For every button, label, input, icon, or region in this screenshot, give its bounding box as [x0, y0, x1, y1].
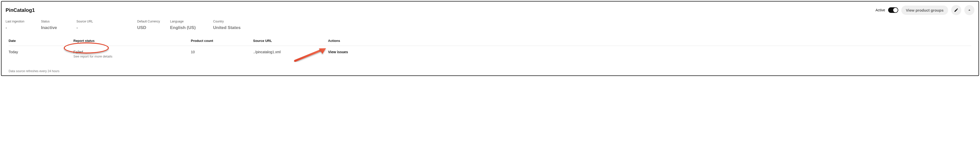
- view-issues-link[interactable]: View issues: [328, 50, 348, 54]
- summary-label: Default Currency: [137, 20, 170, 23]
- active-toggle[interactable]: [888, 7, 898, 13]
- cell-date: Today: [9, 50, 73, 54]
- summary-value: -: [76, 25, 137, 30]
- chevron-up-icon: [967, 8, 972, 13]
- cell-product-count: 10: [191, 50, 253, 54]
- cell-actions: View issues: [328, 50, 971, 54]
- ingestion-table: Date Report status Product count Source …: [6, 36, 974, 73]
- summary-label: Last ingestion: [6, 20, 41, 23]
- collapse-button[interactable]: [964, 5, 974, 15]
- summary-source-url: Source URL -: [76, 20, 137, 30]
- th-source-url: Source URL: [253, 39, 328, 42]
- header-actions: Active View product groups: [875, 5, 974, 15]
- table-header-row: Date Report status Product count Source …: [9, 36, 971, 46]
- summary-label: Source URL: [76, 20, 137, 23]
- th-report-status: Report status: [73, 39, 191, 42]
- summary-value: United States: [213, 25, 259, 30]
- toggle-knob: [893, 8, 898, 13]
- status-detail: See report for more details: [73, 55, 191, 58]
- summary-currency: Default Currency USD: [137, 20, 170, 30]
- summary-country: Country United States: [213, 20, 259, 30]
- refresh-note: Data source refreshes every 24 hours: [9, 69, 971, 73]
- summary-label: Country: [213, 20, 259, 23]
- th-date: Date: [9, 39, 73, 42]
- summary-language: Language English (US): [170, 20, 213, 30]
- th-actions: Actions: [328, 39, 971, 42]
- th-product-count: Product count: [191, 39, 253, 42]
- summary-row: Last ingestion - Status Inactive Source …: [6, 20, 974, 30]
- table-row: Today Failed See report for more details…: [9, 46, 971, 62]
- pencil-icon: [954, 8, 958, 13]
- edit-button[interactable]: [951, 5, 961, 15]
- view-product-groups-button[interactable]: View product groups: [901, 6, 948, 15]
- cell-report-status: Failed See report for more details: [73, 50, 191, 58]
- status-text: Failed: [73, 50, 191, 54]
- catalog-title: PinCatalog1: [6, 7, 35, 13]
- summary-value: English (US): [170, 25, 213, 30]
- summary-label: Status: [41, 20, 76, 23]
- summary-value: Inactive: [41, 25, 76, 30]
- active-label: Active: [875, 8, 885, 12]
- summary-last-ingestion: Last ingestion -: [6, 20, 41, 30]
- summary-value: USD: [137, 25, 170, 30]
- summary-value: -: [6, 25, 41, 30]
- summary-label: Language: [170, 20, 213, 23]
- catalog-panel: PinCatalog1 Active View product groups L…: [1, 1, 979, 76]
- panel-header: PinCatalog1 Active View product groups: [6, 5, 974, 15]
- cell-source-url: ../pincatalog1.xml: [253, 50, 328, 54]
- summary-status: Status Inactive: [41, 20, 76, 30]
